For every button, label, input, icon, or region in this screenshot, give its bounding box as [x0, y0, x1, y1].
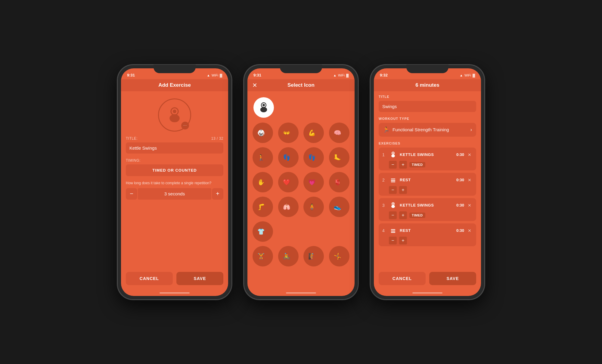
svg-text:🦵: 🦵: [257, 203, 265, 210]
kettlebell-selected-icon: [258, 101, 270, 114]
exercise-icon-4: [389, 226, 397, 235]
workout-type-row[interactable]: 🏃 Functional Strength Training ›: [379, 123, 476, 137]
exercise-time-2: 0:30: [456, 178, 464, 182]
exercise-item-4: 4 REST 0:30 ✕ − +: [379, 223, 476, 246]
svg-rect-7: [262, 107, 265, 108]
workout-title-input[interactable]: [379, 101, 476, 112]
icon-leg[interactable]: 🦵: [253, 197, 273, 217]
home-bar-2: [286, 292, 316, 294]
svg-text:💗: 💗: [308, 179, 316, 186]
svg-text:🥋: 🥋: [257, 129, 265, 136]
ctrl-minus-1[interactable]: −: [389, 161, 397, 169]
svg-rect-3: [172, 114, 177, 116]
ctrl-plus-4[interactable]: +: [399, 237, 407, 244]
icon-organ[interactable]: 🫀: [329, 172, 349, 192]
icon-dots-btn[interactable]: ···: [181, 122, 189, 129]
icon-clap[interactable]: 👐: [278, 123, 299, 143]
bottom-buttons-3: CANCEL SAVE: [379, 269, 476, 285]
ctrl-plus-1[interactable]: +: [399, 161, 407, 169]
svg-point-1: [173, 110, 176, 113]
home-indicator-1: [121, 290, 228, 296]
stepper-plus[interactable]: +: [212, 188, 223, 200]
icon-muscle[interactable]: 💪: [303, 123, 324, 143]
workout-type-text: Functional Strength Training: [393, 127, 467, 132]
svg-rect-39: [392, 205, 394, 206]
exercise-time-3: 0:30: [456, 203, 464, 207]
svg-rect-34: [391, 180, 395, 181]
timing-label-text: TIMING:: [126, 158, 141, 163]
svg-rect-40: [391, 229, 395, 230]
exercise-controls-1: − + TIMED: [382, 161, 473, 169]
icon-martial-arts[interactable]: 🥋: [253, 123, 273, 143]
ctrl-minus-4[interactable]: −: [389, 237, 397, 244]
stepper-minus[interactable]: −: [126, 188, 137, 200]
exercise-row-1: 1 KETTLE SWINGS 0:30 ✕: [382, 151, 473, 159]
icon-exercise2[interactable]: 🚴: [278, 246, 299, 266]
icon-brain[interactable]: 🧠: [329, 123, 349, 143]
ctrl-minus-2[interactable]: −: [389, 186, 397, 194]
nav-title-3: 6 minutes: [415, 82, 439, 88]
save-button-1[interactable]: SAVE: [176, 272, 223, 285]
exercise-num-2: 2: [382, 178, 386, 182]
exercise-name-2: REST: [400, 178, 454, 182]
title-field-label: TITLE: 13 / 32: [126, 136, 223, 141]
exercise-time-1: 0:30: [456, 152, 464, 157]
icon-hand-stop[interactable]: ✋: [253, 172, 273, 192]
icon-person2[interactable]: 🧍: [303, 197, 324, 217]
icons-grid: 🥋 👐 💪 🧠 🚶 👣 👣: [252, 121, 350, 268]
svg-text:🫀: 🫀: [334, 179, 341, 186]
remove-exercise-3[interactable]: ✕: [467, 203, 473, 208]
exercise-icon-circle[interactable]: ···: [158, 98, 191, 132]
exercise-num-3: 3: [382, 203, 386, 208]
remove-exercise-4[interactable]: ✕: [467, 228, 473, 233]
timed-badge-3: TIMED: [409, 213, 425, 218]
bottom-buttons-1: CANCEL SAVE: [126, 269, 223, 285]
svg-text:❤️: ❤️: [283, 179, 290, 186]
icon-shoes[interactable]: 👟: [329, 197, 349, 217]
phone1: 9:31 ▲ WiFi ▓ Add Exercise: [117, 65, 232, 300]
icon-lungs[interactable]: 🫁: [278, 197, 299, 217]
home-indicator-2: [247, 290, 355, 296]
ctrl-plus-3[interactable]: +: [399, 211, 407, 219]
ctrl-minus-3[interactable]: −: [389, 211, 397, 219]
icon-footprint-single[interactable]: 👣: [278, 147, 299, 168]
timing-button[interactable]: TIMED OR COUNTED: [126, 164, 223, 176]
exercise-time-4: 0:30: [456, 228, 464, 233]
exercise-icon-1: [389, 151, 397, 159]
svg-rect-33: [391, 179, 395, 179]
title-count: 13 / 32: [211, 136, 223, 141]
icon-heartbeat[interactable]: 💗: [303, 172, 324, 192]
exercise-num-4: 4: [382, 228, 386, 233]
cancel-button-3[interactable]: CANCEL: [379, 272, 426, 285]
svg-text:🧠: 🧠: [334, 129, 341, 136]
close-btn[interactable]: ✕: [252, 82, 257, 89]
wifi-icon-3: WiFi: [464, 73, 471, 77]
icon-exercise3[interactable]: 🧗: [303, 246, 324, 266]
icon-footprints[interactable]: 👣: [303, 147, 324, 168]
seconds-stepper: − 3 seconds +: [126, 188, 223, 200]
battery-icon-3: ▓: [473, 73, 475, 77]
home-bar-1: [160, 292, 190, 294]
icon-exercise4[interactable]: 🤸: [329, 246, 349, 266]
screen-1: ··· TITLE: 13 / 32 TIMING: TIMED OR COUN…: [121, 91, 228, 290]
remove-exercise-2[interactable]: ✕: [467, 178, 473, 182]
selected-icon-display: [253, 97, 274, 118]
cancel-button-1[interactable]: CANCEL: [126, 272, 173, 285]
icon-foot[interactable]: 🦶: [329, 147, 349, 168]
icon-selector: ···: [126, 91, 223, 136]
timed-badge-1: TIMED: [409, 162, 425, 167]
title-input[interactable]: [126, 142, 223, 154]
save-button-3[interactable]: SAVE: [429, 272, 476, 285]
phone3: 9:32 ▲ WiFi ▓ 6 minutes TITLE WORKOUT TY…: [370, 65, 485, 300]
remove-exercise-1[interactable]: ✕: [467, 152, 473, 157]
nav-title-2: Select Icon: [287, 82, 315, 88]
ctrl-plus-2[interactable]: +: [399, 186, 407, 194]
exercise-controls-3: − + TIMED: [382, 211, 473, 219]
icon-exercise1[interactable]: 🏋️: [253, 246, 273, 266]
nav-bar-2: ✕ Select Icon: [247, 79, 355, 91]
icon-heart[interactable]: ❤️: [278, 172, 299, 192]
svg-point-30: [393, 152, 394, 154]
nav-title-1: Add Exercise: [158, 82, 191, 88]
icon-tshirt[interactable]: 👕: [253, 221, 273, 242]
icon-person[interactable]: 🚶: [253, 147, 273, 168]
